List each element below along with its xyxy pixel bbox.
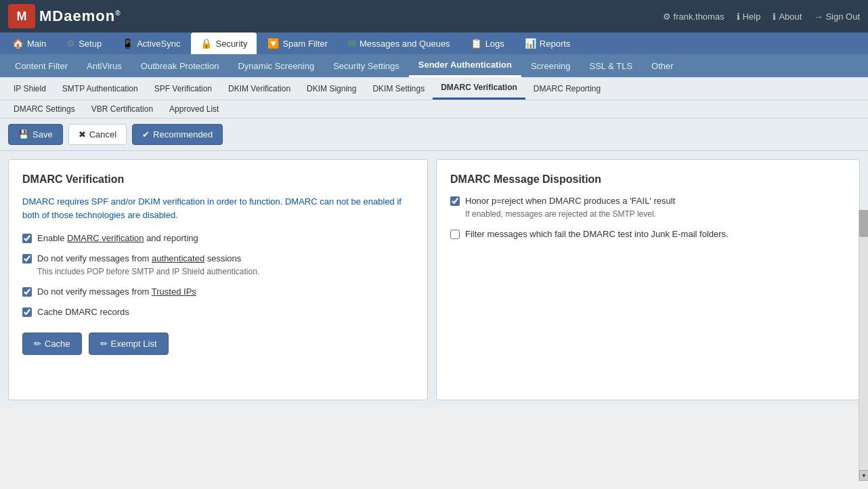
sec-tab-ssl[interactable]: SSL & TLS bbox=[580, 56, 642, 77]
sec-tab-settings[interactable]: Security Settings bbox=[324, 56, 409, 77]
no-verify-auth-sublabel: This includes POP before SMTP and IP Shi… bbox=[37, 266, 259, 278]
cancel-button[interactable]: ✖ Cancel bbox=[68, 124, 127, 145]
honor-reject-sublabel: If enabled, messages are rejected at the… bbox=[465, 209, 675, 220]
ter-tab-dkim-sign[interactable]: DKIM Signing bbox=[299, 79, 364, 99]
nav-tab-logs[interactable]: 📋 Logs bbox=[461, 33, 514, 54]
panel-left-title: DMARC Verification bbox=[22, 173, 414, 186]
enable-dmarc-text: Enable DMARC verification and reporting bbox=[37, 233, 198, 243]
no-verify-trusted-text: Do not verify messages from Trusted IPs bbox=[37, 286, 196, 297]
scrollbar[interactable]: ▲ ▼ bbox=[859, 210, 868, 408]
enable-dmarc-checkbox[interactable] bbox=[22, 234, 32, 243]
home-icon: 🏠 bbox=[12, 38, 24, 49]
panel-right-title: DMARC Message Disposition bbox=[450, 173, 846, 186]
help-link[interactable]: ℹ Help bbox=[737, 12, 761, 22]
panel-left-info: DMARC requires SPF and/or DKIM verificat… bbox=[22, 195, 414, 221]
quat-tab-vbr[interactable]: VBR Certification bbox=[83, 100, 161, 118]
no-verify-trusted-label: Do not verify messages from Trusted IPs bbox=[37, 286, 196, 298]
help-icon: ℹ bbox=[737, 12, 740, 22]
quat-tab-dmarc-set[interactable]: DMARC Settings bbox=[5, 100, 83, 118]
nav-tab-activesync[interactable]: 📱 ActiveSync bbox=[112, 33, 190, 54]
sec-tab-outbreak[interactable]: Outbreak Protection bbox=[131, 56, 229, 77]
honor-reject-checkbox[interactable] bbox=[450, 196, 460, 206]
nav-tab-main-label: Main bbox=[27, 39, 46, 49]
ter-tab-spf[interactable]: SPF Verification bbox=[146, 79, 220, 99]
cache-dmarc-checkbox[interactable] bbox=[22, 307, 32, 317]
checkbox-no-verify-trusted: Do not verify messages from Trusted IPs bbox=[22, 286, 414, 298]
panel-left-buttons: ✏ Cache ✏ Exempt List bbox=[22, 333, 414, 355]
filter-junk-checkbox[interactable] bbox=[450, 230, 460, 239]
top-bar-right: ⚙ frank.thomas ℹ Help ℹ About → Sign Out bbox=[663, 12, 860, 22]
phone-icon: 📱 bbox=[122, 38, 133, 49]
sec-tab-dynamic[interactable]: Dynamic Screening bbox=[228, 56, 324, 77]
nav-tab-security-label: Security bbox=[215, 39, 247, 49]
panel-dmarc-disposition: DMARC Message Disposition Honor p=reject… bbox=[436, 159, 860, 400]
scroll-thumb[interactable] bbox=[859, 210, 868, 237]
cache-dmarc-label: Cache DMARC records bbox=[37, 306, 129, 318]
cache-icon: ✏ bbox=[34, 339, 41, 349]
no-verify-auth-text: Do not verify messages from authenticate… bbox=[37, 253, 241, 263]
cancel-label: Cancel bbox=[89, 129, 116, 140]
save-icon: 💾 bbox=[18, 129, 29, 140]
ter-tab-dkim-set[interactable]: DKIM Settings bbox=[364, 79, 433, 99]
nav-tab-setup[interactable]: ⚙ Setup bbox=[57, 33, 111, 54]
about-label: About bbox=[779, 12, 802, 22]
nav-tab-messages[interactable]: ✉ Messages and Queues bbox=[339, 33, 460, 54]
sec-tab-antivirus[interactable]: AntiVirus bbox=[77, 56, 131, 77]
cancel-icon: ✖ bbox=[79, 129, 86, 140]
exempt-list-button[interactable]: ✏ Exempt List bbox=[89, 333, 169, 355]
sec-tab-screening[interactable]: Screening bbox=[521, 56, 580, 77]
user-link[interactable]: ⚙ frank.thomas bbox=[663, 12, 724, 22]
sec-tab-contentfilter[interactable]: Content Filter bbox=[5, 56, 77, 77]
enable-dmarc-label: Enable DMARC verification and reporting bbox=[37, 232, 198, 244]
about-icon: ℹ bbox=[773, 12, 776, 22]
no-verify-trusted-checkbox[interactable] bbox=[22, 287, 32, 297]
recommended-button[interactable]: ✔ Recommended bbox=[132, 124, 223, 145]
main-nav: 🏠 Main ⚙ Setup 📱 ActiveSync 🔒 Security 🔽… bbox=[0, 33, 868, 54]
tertiary-nav: IP Shield SMTP Authentication SPF Verifi… bbox=[0, 77, 868, 100]
user-icon: ⚙ bbox=[663, 12, 671, 22]
honor-reject-text: Honor p=reject when DMARC produces a 'FA… bbox=[465, 196, 675, 206]
top-bar: M MDaemon® ⚙ frank.thomas ℹ Help ℹ About… bbox=[0, 0, 868, 33]
sec-tab-sender[interactable]: Sender Authentication bbox=[409, 54, 521, 77]
filter-junk-label: Filter messages which fail the DMARC tes… bbox=[465, 228, 729, 240]
logo-text: MDaemon® bbox=[39, 7, 121, 25]
nav-tab-main[interactable]: 🏠 Main bbox=[3, 33, 56, 54]
ter-tab-dkim-ver[interactable]: DKIM Verification bbox=[220, 79, 299, 99]
nav-tab-messages-label: Messages and Queues bbox=[360, 39, 450, 49]
save-button[interactable]: 💾 Save bbox=[8, 124, 63, 145]
exempt-icon: ✏ bbox=[100, 339, 108, 349]
ter-tab-dmarc-rep[interactable]: DMARC Reporting bbox=[525, 79, 609, 99]
secondary-nav: Content Filter AntiVirus Outbreak Protec… bbox=[0, 54, 868, 77]
gear-icon: ⚙ bbox=[66, 38, 75, 49]
ter-tab-ipshield[interactable]: IP Shield bbox=[5, 79, 54, 99]
envelope-icon: ✉ bbox=[348, 38, 356, 49]
nav-tab-security[interactable]: 🔒 Security bbox=[191, 33, 257, 54]
nav-tab-reports-label: Reports bbox=[540, 39, 571, 49]
cache-label: Cache bbox=[45, 339, 70, 349]
sec-tab-other[interactable]: Other bbox=[642, 56, 683, 77]
signout-label: Sign Out bbox=[825, 12, 860, 22]
no-verify-auth-label: Do not verify messages from authenticate… bbox=[37, 253, 259, 278]
nav-tab-spamfilter-label: Spam Filter bbox=[282, 39, 327, 49]
cache-button[interactable]: ✏ Cache bbox=[22, 333, 82, 355]
nav-tab-spamfilter[interactable]: 🔽 Spam Filter bbox=[258, 33, 337, 54]
honor-reject-label: Honor p=reject when DMARC produces a 'FA… bbox=[465, 195, 675, 220]
no-verify-auth-checkbox[interactable] bbox=[22, 254, 32, 263]
cache-dmarc-text: Cache DMARC records bbox=[37, 307, 129, 317]
recommended-icon: ✔ bbox=[142, 129, 150, 140]
quat-tab-approved[interactable]: Approved List bbox=[161, 100, 227, 118]
chart-icon: 📊 bbox=[525, 38, 536, 49]
ter-tab-smtp[interactable]: SMTP Authentication bbox=[54, 79, 146, 99]
nav-tab-activesync-label: ActiveSync bbox=[137, 39, 180, 49]
about-link[interactable]: ℹ About bbox=[773, 12, 802, 22]
quat-nav: DMARC Settings VBR Certification Approve… bbox=[0, 100, 868, 119]
nav-tab-reports[interactable]: 📊 Reports bbox=[515, 33, 580, 54]
checkbox-no-verify-auth: Do not verify messages from authenticate… bbox=[22, 253, 414, 278]
checkbox-enable-dmarc: Enable DMARC verification and reporting bbox=[22, 232, 414, 244]
ter-tab-dmarc-ver[interactable]: DMARC Verification bbox=[433, 77, 525, 100]
logo-area: M MDaemon® bbox=[8, 4, 121, 28]
content-area: DMARC Verification DMARC requires SPF an… bbox=[0, 151, 868, 408]
toolbar: 💾 Save ✖ Cancel ✔ Recommended bbox=[0, 119, 868, 151]
signout-link[interactable]: → Sign Out bbox=[814, 12, 860, 22]
checkbox-cache-dmarc: Cache DMARC records bbox=[22, 306, 414, 318]
